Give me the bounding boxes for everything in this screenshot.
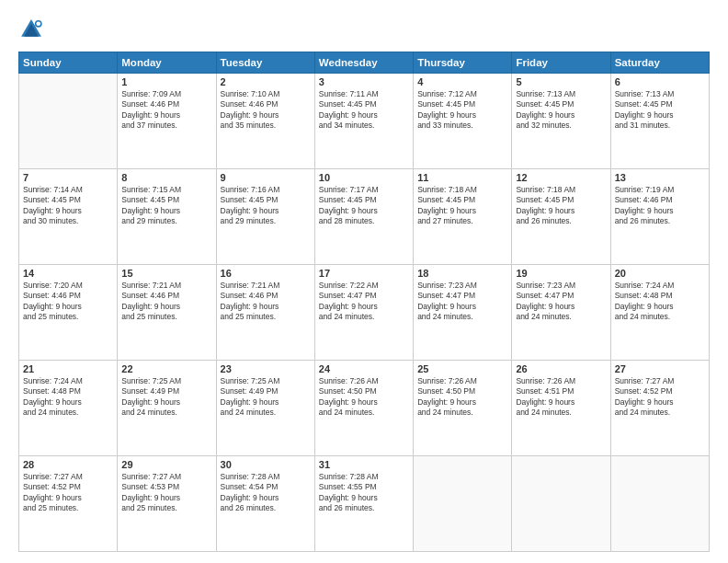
cell-info: Sunrise: 7:16 AM Sunset: 4:45 PM Dayligh… xyxy=(221,185,311,227)
cell-info: Sunrise: 7:13 AM Sunset: 4:45 PM Dayligh… xyxy=(615,89,705,132)
cell-info: Sunrise: 7:13 AM Sunset: 4:45 PM Dayligh… xyxy=(516,89,606,132)
day-number: 21 xyxy=(23,363,113,374)
cell-info: Sunrise: 7:18 AM Sunset: 4:45 PM Dayligh… xyxy=(516,185,606,227)
col-header-tuesday: Tuesday xyxy=(216,52,314,74)
cell-info: Sunrise: 7:11 AM Sunset: 4:45 PM Dayligh… xyxy=(319,89,409,132)
day-number: 11 xyxy=(417,172,507,183)
day-number: 8 xyxy=(121,172,211,183)
day-number: 18 xyxy=(417,268,507,279)
day-number: 22 xyxy=(121,363,211,374)
calendar-cell: 11Sunrise: 7:18 AM Sunset: 4:45 PM Dayli… xyxy=(414,169,512,265)
day-number: 1 xyxy=(121,76,211,87)
calendar-cell: 5Sunrise: 7:13 AM Sunset: 4:45 PM Daylig… xyxy=(512,74,610,169)
header-row: SundayMondayTuesdayWednesdayThursdayFrid… xyxy=(19,52,710,74)
calendar-cell: 13Sunrise: 7:19 AM Sunset: 4:46 PM Dayli… xyxy=(610,169,709,265)
day-number: 28 xyxy=(23,459,113,470)
calendar-cell: 1Sunrise: 7:09 AM Sunset: 4:46 PM Daylig… xyxy=(118,74,216,169)
day-number: 3 xyxy=(319,76,409,87)
calendar-cell: 2Sunrise: 7:10 AM Sunset: 4:46 PM Daylig… xyxy=(216,74,314,169)
calendar-cell: 17Sunrise: 7:22 AM Sunset: 4:47 PM Dayli… xyxy=(314,265,413,361)
calendar-cell: 9Sunrise: 7:16 AM Sunset: 4:45 PM Daylig… xyxy=(216,169,314,265)
day-number: 16 xyxy=(221,268,311,279)
week-row-5: 28Sunrise: 7:27 AM Sunset: 4:52 PM Dayli… xyxy=(19,456,710,552)
page: SundayMondayTuesdayWednesdayThursdayFrid… xyxy=(0,0,728,563)
day-number: 19 xyxy=(516,268,606,279)
calendar-cell: 12Sunrise: 7:18 AM Sunset: 4:45 PM Dayli… xyxy=(512,169,610,265)
cell-info: Sunrise: 7:21 AM Sunset: 4:46 PM Dayligh… xyxy=(221,281,311,323)
calendar-cell: 7Sunrise: 7:14 AM Sunset: 4:45 PM Daylig… xyxy=(19,169,118,265)
cell-info: Sunrise: 7:25 AM Sunset: 4:49 PM Dayligh… xyxy=(221,376,311,419)
cell-info: Sunrise: 7:23 AM Sunset: 4:47 PM Dayligh… xyxy=(516,281,606,323)
calendar-cell: 26Sunrise: 7:26 AM Sunset: 4:51 PM Dayli… xyxy=(512,361,610,456)
day-number: 4 xyxy=(417,76,507,87)
cell-info: Sunrise: 7:26 AM Sunset: 4:50 PM Dayligh… xyxy=(319,376,409,419)
calendar-cell: 27Sunrise: 7:27 AM Sunset: 4:52 PM Dayli… xyxy=(610,361,709,456)
day-number: 23 xyxy=(221,363,311,374)
calendar-cell: 19Sunrise: 7:23 AM Sunset: 4:47 PM Dayli… xyxy=(512,265,610,361)
day-number: 30 xyxy=(221,459,311,470)
calendar-cell xyxy=(610,456,709,552)
calendar-cell: 3Sunrise: 7:11 AM Sunset: 4:45 PM Daylig… xyxy=(314,74,413,169)
calendar-cell: 8Sunrise: 7:15 AM Sunset: 4:45 PM Daylig… xyxy=(118,169,216,265)
week-row-2: 7Sunrise: 7:14 AM Sunset: 4:45 PM Daylig… xyxy=(19,169,710,265)
week-row-4: 21Sunrise: 7:24 AM Sunset: 4:48 PM Dayli… xyxy=(19,361,710,456)
logo-icon xyxy=(18,17,44,42)
calendar-cell: 23Sunrise: 7:25 AM Sunset: 4:49 PM Dayli… xyxy=(216,361,314,456)
week-row-3: 14Sunrise: 7:20 AM Sunset: 4:46 PM Dayli… xyxy=(19,265,710,361)
cell-info: Sunrise: 7:20 AM Sunset: 4:46 PM Dayligh… xyxy=(23,281,113,323)
calendar-cell: 25Sunrise: 7:26 AM Sunset: 4:50 PM Dayli… xyxy=(414,361,512,456)
day-number: 17 xyxy=(319,268,409,279)
cell-info: Sunrise: 7:28 AM Sunset: 4:54 PM Dayligh… xyxy=(221,472,311,514)
svg-point-3 xyxy=(36,21,40,26)
cell-info: Sunrise: 7:17 AM Sunset: 4:45 PM Dayligh… xyxy=(319,185,409,227)
cell-info: Sunrise: 7:24 AM Sunset: 4:48 PM Dayligh… xyxy=(23,376,113,419)
day-number: 29 xyxy=(121,459,211,470)
day-number: 2 xyxy=(221,76,311,87)
day-number: 26 xyxy=(516,363,606,374)
col-header-friday: Friday xyxy=(512,52,610,74)
cell-info: Sunrise: 7:15 AM Sunset: 4:45 PM Dayligh… xyxy=(121,185,211,227)
calendar-cell xyxy=(414,456,512,552)
cell-info: Sunrise: 7:26 AM Sunset: 4:51 PM Dayligh… xyxy=(516,376,606,419)
cell-info: Sunrise: 7:09 AM Sunset: 4:46 PM Dayligh… xyxy=(121,89,211,132)
day-number: 31 xyxy=(319,459,409,470)
day-number: 14 xyxy=(23,268,113,279)
calendar-cell: 10Sunrise: 7:17 AM Sunset: 4:45 PM Dayli… xyxy=(314,169,413,265)
col-header-saturday: Saturday xyxy=(610,52,709,74)
cell-info: Sunrise: 7:28 AM Sunset: 4:55 PM Dayligh… xyxy=(319,472,409,514)
col-header-thursday: Thursday xyxy=(414,52,512,74)
cell-info: Sunrise: 7:27 AM Sunset: 4:52 PM Dayligh… xyxy=(23,472,113,514)
day-number: 25 xyxy=(417,363,507,374)
day-number: 5 xyxy=(516,76,606,87)
cell-info: Sunrise: 7:23 AM Sunset: 4:47 PM Dayligh… xyxy=(417,281,507,323)
cell-info: Sunrise: 7:12 AM Sunset: 4:45 PM Dayligh… xyxy=(417,89,507,132)
col-header-sunday: Sunday xyxy=(19,52,118,74)
col-header-wednesday: Wednesday xyxy=(314,52,413,74)
cell-info: Sunrise: 7:27 AM Sunset: 4:53 PM Dayligh… xyxy=(121,472,211,514)
calendar-cell: 6Sunrise: 7:13 AM Sunset: 4:45 PM Daylig… xyxy=(610,74,709,169)
calendar-cell: 28Sunrise: 7:27 AM Sunset: 4:52 PM Dayli… xyxy=(19,456,118,552)
calendar-cell: 14Sunrise: 7:20 AM Sunset: 4:46 PM Dayli… xyxy=(19,265,118,361)
calendar-cell: 4Sunrise: 7:12 AM Sunset: 4:45 PM Daylig… xyxy=(414,74,512,169)
cell-info: Sunrise: 7:24 AM Sunset: 4:48 PM Dayligh… xyxy=(615,281,705,323)
calendar-cell: 24Sunrise: 7:26 AM Sunset: 4:50 PM Dayli… xyxy=(314,361,413,456)
cell-info: Sunrise: 7:22 AM Sunset: 4:47 PM Dayligh… xyxy=(319,281,409,323)
calendar-table: SundayMondayTuesdayWednesdayThursdayFrid… xyxy=(18,52,710,552)
calendar-cell: 31Sunrise: 7:28 AM Sunset: 4:55 PM Dayli… xyxy=(314,456,413,552)
calendar-cell xyxy=(512,456,610,552)
cell-info: Sunrise: 7:27 AM Sunset: 4:52 PM Dayligh… xyxy=(615,376,705,419)
calendar-cell: 30Sunrise: 7:28 AM Sunset: 4:54 PM Dayli… xyxy=(216,456,314,552)
day-number: 27 xyxy=(615,363,705,374)
day-number: 6 xyxy=(615,76,705,87)
col-header-monday: Monday xyxy=(118,52,216,74)
cell-info: Sunrise: 7:19 AM Sunset: 4:46 PM Dayligh… xyxy=(615,185,705,227)
calendar-cell: 18Sunrise: 7:23 AM Sunset: 4:47 PM Dayli… xyxy=(414,265,512,361)
day-number: 13 xyxy=(615,172,705,183)
cell-info: Sunrise: 7:26 AM Sunset: 4:50 PM Dayligh… xyxy=(417,376,507,419)
calendar-cell xyxy=(19,74,118,169)
day-number: 9 xyxy=(221,172,311,183)
header xyxy=(18,17,710,42)
day-number: 20 xyxy=(615,268,705,279)
cell-info: Sunrise: 7:18 AM Sunset: 4:45 PM Dayligh… xyxy=(417,185,507,227)
calendar-cell: 22Sunrise: 7:25 AM Sunset: 4:49 PM Dayli… xyxy=(118,361,216,456)
